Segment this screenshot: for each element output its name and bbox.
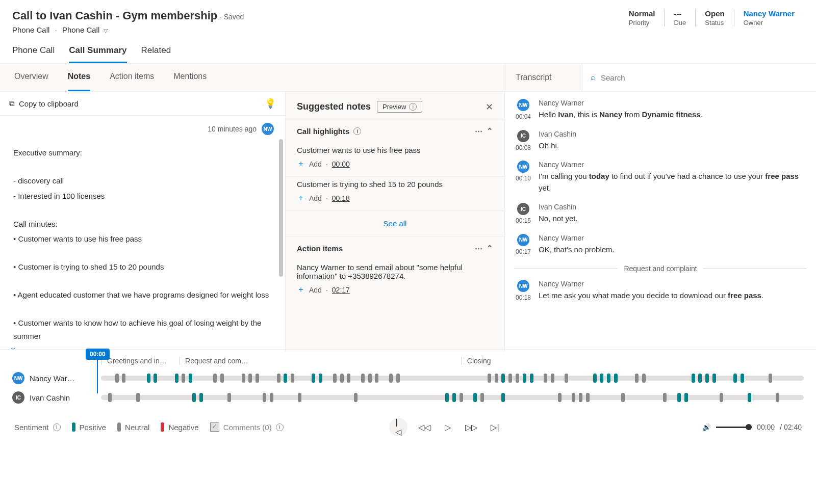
sentiment-tick <box>389 374 393 383</box>
speaker-track-nw[interactable] <box>101 376 804 381</box>
info-icon[interactable]: i <box>276 423 284 431</box>
turn-text: I'm calling you today to find out if you… <box>539 171 807 194</box>
speaker-avatar: NW <box>517 280 529 292</box>
transcript-turn[interactable]: IC00:08 Ivan CashinOh hi. <box>514 130 807 152</box>
sentiment-tick <box>263 393 266 402</box>
skip-end-icon[interactable]: ▷| <box>488 420 501 434</box>
volume-icon[interactable]: 🔊 <box>702 423 711 431</box>
lightbulb-icon[interactable]: 💡 <box>265 98 276 109</box>
plus-icon[interactable]: ＋ <box>297 158 305 169</box>
sentiment-tick <box>256 374 259 383</box>
action-item: Nancy Warner to send email about "some h… <box>286 260 504 302</box>
owner-field[interactable]: Nancy Warner Owner <box>734 9 804 26</box>
plus-icon[interactable]: ＋ <box>297 284 305 295</box>
subtab-mentions[interactable]: Mentions <box>173 72 207 91</box>
priority-field[interactable]: Normal Priority <box>620 9 665 26</box>
tab-phone-call[interactable]: Phone Call <box>12 45 55 63</box>
sentiment-tick <box>579 393 582 402</box>
priority-value: Normal <box>629 9 655 18</box>
transcript-panel: NW00:04 Nancy WarnerHello Ivan, this is … <box>505 92 816 352</box>
more-icon[interactable]: ⋯ <box>475 244 482 253</box>
notes-line: - discovery call <box>13 174 272 188</box>
tab-call-summary[interactable]: Call Summary <box>69 45 126 63</box>
current-time: 00:00 <box>757 423 775 431</box>
timestamp-link[interactable]: 02:17 <box>332 286 350 294</box>
turn-text: Let me ask you what made you decide to d… <box>539 290 807 302</box>
sentiment-tick <box>115 374 119 383</box>
status-field[interactable]: Open Status <box>695 9 733 26</box>
copy-to-clipboard-button[interactable]: ⧉ Copy to clipboard <box>9 99 79 108</box>
plus-icon[interactable]: ＋ <box>297 193 305 203</box>
owner-label: Owner <box>744 19 795 26</box>
forward-icon[interactable]: ▷▷ <box>465 420 478 434</box>
form-selector[interactable]: Phone Call ▽ <box>62 25 108 34</box>
info-icon[interactable]: i <box>53 423 61 431</box>
transcript-turn[interactable]: NW00:17 Nancy WarnerOK, that's no proble… <box>514 234 807 256</box>
sentiment-tick <box>741 374 744 383</box>
sentiment-tick <box>333 374 337 383</box>
highlights-heading: Call highlights <box>297 127 349 136</box>
turn-timestamp: 00:08 <box>514 144 532 151</box>
info-icon[interactable]: i <box>409 103 417 111</box>
sentiment-tick <box>154 374 157 383</box>
transcript-turn[interactable]: IC00:15 Ivan CashinNo, not yet. <box>514 203 807 225</box>
sentiment-tick <box>720 393 723 402</box>
volume-slider[interactable] <box>716 427 752 428</box>
call-timeline[interactable]: 00:00 Greetings and in…Request and com…C… <box>0 349 816 413</box>
sentiment-tick <box>621 393 625 402</box>
turn-timestamp: 00:17 <box>514 248 532 255</box>
tab-related[interactable]: Related <box>141 45 171 63</box>
speaker-track-ic[interactable] <box>101 395 804 400</box>
turn-text: OK, that's no problem. <box>539 244 807 256</box>
owner-value[interactable]: Nancy Warner <box>744 9 795 18</box>
see-all-link[interactable]: See all <box>286 211 504 236</box>
subtab-action-items[interactable]: Action items <box>110 72 154 91</box>
more-icon[interactable]: ⋯ <box>475 126 482 136</box>
scrollbar[interactable] <box>279 139 283 277</box>
positive-swatch <box>72 422 75 432</box>
author-avatar: NW <box>262 123 274 135</box>
speaker-name: Ivan Cashin <box>539 130 807 138</box>
play-icon[interactable]: ▷ <box>441 420 454 434</box>
timeline-segment[interactable]: Greetings and in… <box>101 357 180 365</box>
comments-toggle[interactable]: Comments (0) i <box>210 422 284 432</box>
sentiment-tick <box>495 374 498 383</box>
subtab-notes[interactable]: Notes <box>68 72 90 91</box>
speaker-name: Nancy Warner <box>539 161 807 169</box>
info-icon[interactable]: i <box>353 127 361 135</box>
checkbox-icon[interactable] <box>210 422 219 432</box>
add-button[interactable]: Add <box>309 286 322 294</box>
chevron-up-icon[interactable]: ⌃ <box>487 244 493 253</box>
copy-icon: ⧉ <box>9 99 15 108</box>
transcript-search[interactable]: ⌕ <box>582 64 816 91</box>
track-avatar: IC <box>12 391 24 404</box>
add-button[interactable]: Add <box>309 160 322 168</box>
negative-swatch <box>161 422 164 432</box>
timeline-segment[interactable]: Request and com… <box>180 357 462 365</box>
chevron-down-icon: ▽ <box>104 28 108 34</box>
search-input[interactable] <box>601 73 808 82</box>
timeline-segment[interactable]: Closing <box>462 357 804 365</box>
entity-type: Phone Call <box>12 25 49 34</box>
notes-content[interactable]: Executive summary: - discovery call - In… <box>0 139 285 352</box>
due-value: --- <box>674 9 686 18</box>
track-label: Ivan Cashin <box>30 393 70 402</box>
sentiment-tick <box>347 374 350 383</box>
track-label: Nancy War… <box>30 374 75 383</box>
transcript-turn[interactable]: NW00:18 Nancy WarnerLet me ask you what … <box>514 280 807 302</box>
subtab-overview[interactable]: Overview <box>14 72 48 91</box>
track-avatar: NW <box>12 372 24 384</box>
timestamp-link[interactable]: 00:18 <box>332 194 350 202</box>
chevron-up-icon[interactable]: ⌃ <box>487 126 493 136</box>
suggested-notes-heading: Suggested notes <box>297 101 371 112</box>
close-icon[interactable]: ✕ <box>486 101 493 113</box>
timestamp-link[interactable]: 00:00 <box>332 160 350 168</box>
sentiment-tick <box>368 374 372 383</box>
skip-start-icon[interactable]: |◁ <box>389 418 407 436</box>
add-button[interactable]: Add <box>309 194 322 202</box>
transcript-turn[interactable]: NW00:10 Nancy WarnerI'm calling you toda… <box>514 161 807 194</box>
highlight-item: Customer wants to use his free pass ＋ Ad… <box>286 143 504 177</box>
due-field[interactable]: --- Due <box>664 9 695 26</box>
rewind-icon[interactable]: ◁◁ <box>418 420 431 434</box>
transcript-turn[interactable]: NW00:04 Nancy WarnerHello Ivan, this is … <box>514 99 807 121</box>
